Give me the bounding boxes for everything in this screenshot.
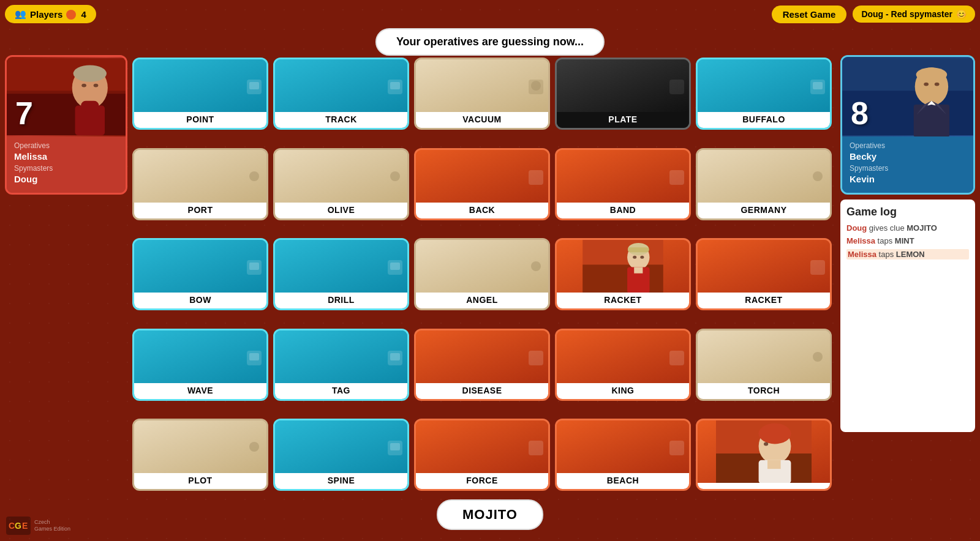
cge-text: CzechGames Edition <box>34 519 70 532</box>
svg-rect-44 <box>628 247 649 252</box>
card-drill[interactable]: DRILL <box>273 238 409 310</box>
card-king[interactable]: KING <box>555 329 691 401</box>
card-torch[interactable]: TORCH <box>696 329 832 401</box>
svg-point-56 <box>813 352 823 362</box>
log-entry-2: Melissa taps MINT <box>846 236 969 245</box>
svg-text:C: C <box>9 521 15 531</box>
svg-point-46 <box>633 256 636 259</box>
card-icon <box>246 439 263 457</box>
svg-rect-9 <box>81 101 99 111</box>
card-word: KING <box>557 383 689 399</box>
card-plate[interactable]: PLATE <box>555 58 691 130</box>
svg-rect-41 <box>582 265 663 293</box>
card-germany[interactable]: GERMANY <box>696 148 832 220</box>
svg-rect-54 <box>529 351 543 365</box>
card-word: BUFFALO <box>698 112 830 128</box>
svg-rect-24 <box>390 82 400 89</box>
svg-rect-29 <box>813 82 823 89</box>
card-force[interactable]: FORCE <box>414 419 550 491</box>
user-badge[interactable]: Doug - Red spymaster 😊 <box>853 6 975 23</box>
card-icon <box>527 169 545 186</box>
players-button[interactable]: 👥 Players 4 <box>5 5 96 23</box>
blue-operatives-label: Operatives <box>850 141 966 150</box>
top-bar: 👥 Players 4 Reset Game Doug - Red spymas… <box>5 5 975 23</box>
svg-point-15 <box>935 83 940 86</box>
card-word: BACK <box>416 203 548 218</box>
main-grid: POINT TRACK VACUUM PLATE BUFFALO PORT <box>130 55 834 507</box>
card-icon <box>386 169 404 186</box>
svg-rect-17 <box>914 105 949 136</box>
card-word: BOW <box>134 293 266 308</box>
card-buffalo[interactable]: BUFFALO <box>696 58 832 130</box>
svg-rect-55 <box>669 351 684 365</box>
red-team-score: 7 <box>15 95 33 132</box>
reset-game-button[interactable]: Reset Game <box>772 6 847 23</box>
blue-team-card: 8 Operatives Becky Spymasters Kevin <box>840 55 975 195</box>
card-bow[interactable]: BOW <box>132 238 268 310</box>
card-revealed-character-2[interactable] <box>696 419 832 491</box>
card-icon <box>809 169 826 186</box>
card-revealed-character[interactable]: RACKET <box>555 238 691 310</box>
svg-point-5 <box>74 65 107 82</box>
card-word: OLIVE <box>275 203 407 218</box>
card-word: TRACK <box>275 112 407 128</box>
blue-spymasters-name: Kevin <box>850 174 966 184</box>
card-icon <box>668 169 685 186</box>
red-team-avatar: 7 <box>7 57 126 136</box>
card-icon <box>668 439 685 457</box>
card-beach[interactable]: BEACH <box>555 419 691 491</box>
svg-point-6 <box>81 84 86 88</box>
card-track[interactable]: TRACK <box>273 58 409 130</box>
card-icon <box>668 349 685 367</box>
red-team-info: Operatives Melissa Spymasters Doug <box>7 136 126 193</box>
card-port[interactable]: PORT <box>132 148 268 220</box>
svg-point-14 <box>924 83 929 86</box>
svg-point-13 <box>916 67 948 81</box>
svg-rect-32 <box>529 170 543 185</box>
card-word: TAG <box>275 383 407 399</box>
card-icon <box>809 259 826 276</box>
svg-text:E: E <box>22 521 28 531</box>
card-angel[interactable]: ANGEL <box>414 238 550 310</box>
cge-logo: C G E CzechGames Edition <box>6 517 70 535</box>
red-spymasters-label: Spymasters <box>14 164 118 173</box>
svg-rect-53 <box>390 353 400 360</box>
top-right-controls: Reset Game Doug - Red spymaster 😊 <box>772 6 975 23</box>
svg-point-67 <box>764 442 768 446</box>
card-vacuum[interactable]: VACUUM <box>414 58 550 130</box>
red-team-card: 7 Operatives Melissa Spymasters Doug <box>5 55 127 195</box>
user-emoji-icon: 😊 <box>956 9 967 19</box>
card-word: POINT <box>134 112 266 128</box>
svg-point-57 <box>249 442 259 452</box>
card-wave[interactable]: WAVE <box>132 329 268 401</box>
status-message: Your operatives are guessing now... <box>375 28 605 56</box>
card-point[interactable]: POINT <box>132 58 268 130</box>
card-icon <box>386 78 404 95</box>
card-racket[interactable]: RACKET <box>696 238 832 310</box>
card-spine[interactable]: SPINE <box>273 419 409 491</box>
card-icon <box>527 439 545 457</box>
character-illustration-2 <box>698 420 830 483</box>
card-back[interactable]: BACK <box>414 148 550 220</box>
svg-point-47 <box>640 256 644 259</box>
card-olive[interactable]: OLIVE <box>273 148 409 220</box>
people-icon: 👥 <box>15 9 26 20</box>
red-spymasters-name: Doug <box>14 174 118 184</box>
character-illustration <box>557 240 689 293</box>
card-plot[interactable]: PLOT <box>132 419 268 491</box>
card-icon <box>809 349 826 367</box>
card-band[interactable]: BAND <box>555 148 691 220</box>
card-disease[interactable]: DISEASE <box>414 329 550 401</box>
left-team-panel: 7 Operatives Melissa Spymasters Doug <box>5 55 127 195</box>
svg-text:G: G <box>15 521 21 531</box>
user-label: Doug - Red spymaster <box>861 9 952 19</box>
card-icon <box>386 259 404 276</box>
svg-rect-36 <box>249 263 259 270</box>
blue-team-info: Operatives Becky Spymasters Kevin <box>842 136 973 193</box>
card-word: ANGEL <box>416 293 548 308</box>
card-word: BEACH <box>557 473 689 489</box>
svg-rect-51 <box>249 353 259 360</box>
card-word: RACKET <box>698 293 830 308</box>
card-tag[interactable]: TAG <box>273 329 409 401</box>
svg-rect-3 <box>7 91 126 94</box>
